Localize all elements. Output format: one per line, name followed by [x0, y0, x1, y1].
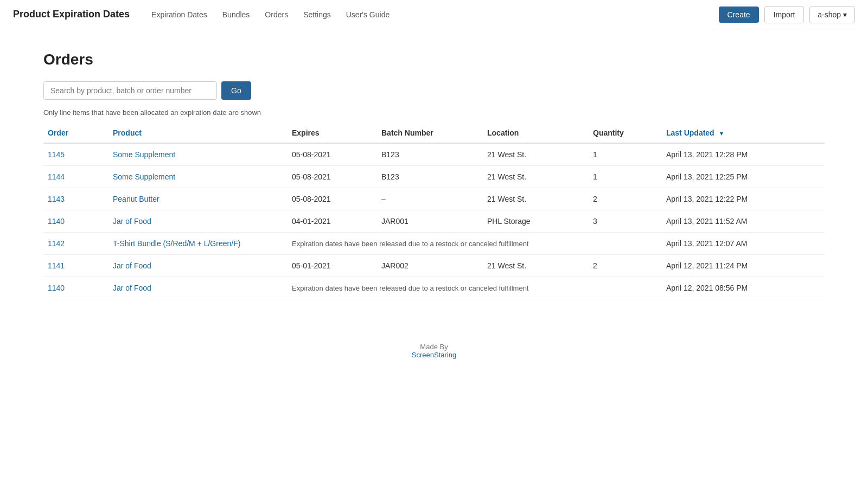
- cell-updated: April 13, 2021 12:22 PM: [662, 188, 825, 210]
- cell-updated: April 13, 2021 12:25 PM: [662, 166, 825, 188]
- col-header-last-updated[interactable]: Last Updated ▼: [662, 123, 825, 143]
- cell-updated: April 13, 2021 12:07 AM: [662, 233, 825, 255]
- cell-batch: B123: [377, 166, 483, 188]
- cell-location: 21 West St.: [483, 143, 589, 166]
- nav-link-orders[interactable]: Orders: [265, 10, 288, 19]
- nav-actions: Create Import a-shop ▾: [719, 6, 855, 23]
- cell-product: Jar of Food: [108, 277, 288, 299]
- col-header-location: Location: [483, 123, 589, 143]
- product-link[interactable]: Peanut Butter: [113, 195, 159, 203]
- nav-link-expiration-dates[interactable]: Expiration Dates: [151, 10, 207, 19]
- table-body: 1145Some Supplement05-08-2021B12321 West…: [43, 143, 825, 299]
- table-row: 1143Peanut Butter05-08-2021–21 West St.2…: [43, 188, 825, 210]
- cell-quantity: 1: [589, 166, 662, 188]
- cell-order: 1141: [43, 255, 108, 277]
- cell-updated: April 13, 2021 11:52 AM: [662, 210, 825, 233]
- cell-batch: B123: [377, 143, 483, 166]
- import-button[interactable]: Import: [764, 6, 805, 23]
- cell-released-message: Expiration dates have been released due …: [288, 277, 662, 299]
- create-button[interactable]: Create: [719, 7, 759, 23]
- cell-product: Some Supplement: [108, 166, 288, 188]
- product-link[interactable]: Jar of Food: [113, 261, 151, 270]
- cell-updated: April 13, 2021 12:28 PM: [662, 143, 825, 166]
- cell-expires: 04-01-2021: [288, 210, 377, 233]
- product-link[interactable]: Some Supplement: [113, 172, 175, 181]
- cell-location: 21 West St.: [483, 166, 589, 188]
- table-row: 1140Jar of Food04-01-2021JAR001PHL Stora…: [43, 210, 825, 233]
- allocation-note: Only line items that have been allocated…: [43, 108, 825, 117]
- footer-link[interactable]: ScreenStaring: [412, 351, 456, 359]
- order-link[interactable]: 1141: [48, 261, 65, 270]
- search-row: Go: [43, 81, 825, 100]
- shop-dropdown-button[interactable]: a-shop ▾: [809, 6, 855, 23]
- cell-product: Jar of Food: [108, 210, 288, 233]
- cell-product: T-Shirt Bundle (S/Red/M + L/Green/F): [108, 233, 288, 255]
- col-header-batch: Batch Number: [377, 123, 483, 143]
- order-link[interactable]: 1142: [48, 239, 65, 248]
- cell-location: PHL Storage: [483, 210, 589, 233]
- page-footer: Made By ScreenStaring: [0, 321, 868, 370]
- order-link[interactable]: 1140: [48, 284, 65, 292]
- col-header-expires: Expires: [288, 123, 377, 143]
- order-link[interactable]: 1143: [48, 195, 65, 203]
- cell-quantity: 2: [589, 255, 662, 277]
- cell-order: 1140: [43, 210, 108, 233]
- product-link[interactable]: Jar of Food: [113, 217, 151, 226]
- cell-updated: April 12, 2021 08:56 PM: [662, 277, 825, 299]
- product-link[interactable]: Jar of Food: [113, 284, 151, 292]
- cell-quantity: 3: [589, 210, 662, 233]
- nav-link-bundles[interactable]: Bundles: [222, 10, 250, 19]
- nav-link-users-guide[interactable]: User's Guide: [346, 10, 390, 19]
- order-link[interactable]: 1144: [48, 172, 65, 181]
- cell-order: 1145: [43, 143, 108, 166]
- cell-batch: JAR001: [377, 210, 483, 233]
- cell-order: 1144: [43, 166, 108, 188]
- cell-order: 1140: [43, 277, 108, 299]
- order-link[interactable]: 1140: [48, 217, 65, 226]
- cell-order: 1142: [43, 233, 108, 255]
- col-header-quantity: Quantity: [589, 123, 662, 143]
- search-go-button[interactable]: Go: [221, 81, 251, 100]
- nav-link-settings[interactable]: Settings: [303, 10, 331, 19]
- col-header-order[interactable]: Order: [43, 123, 108, 143]
- app-title: Product Expiration Dates: [13, 9, 130, 20]
- cell-location: 21 West St.: [483, 255, 589, 277]
- cell-quantity: 2: [589, 188, 662, 210]
- cell-batch: –: [377, 188, 483, 210]
- main-content: Orders Go Only line items that have been…: [0, 29, 868, 321]
- product-link[interactable]: T-Shirt Bundle (S/Red/M + L/Green/F): [113, 239, 240, 248]
- cell-expires: 05-08-2021: [288, 188, 377, 210]
- page-title: Orders: [43, 51, 825, 68]
- cell-quantity: 1: [589, 143, 662, 166]
- table-row: 1145Some Supplement05-08-2021B12321 West…: [43, 143, 825, 166]
- cell-expires: 05-01-2021: [288, 255, 377, 277]
- navbar: Product Expiration Dates Expiration Date…: [0, 0, 868, 29]
- table-row: 1141Jar of Food05-01-2021JAR00221 West S…: [43, 255, 825, 277]
- search-input[interactable]: [43, 81, 217, 100]
- sort-arrow-icon: ▼: [719, 130, 725, 137]
- cell-product: Peanut Butter: [108, 188, 288, 210]
- table-row: 1142T-Shirt Bundle (S/Red/M + L/Green/F)…: [43, 233, 825, 255]
- table-row: 1140Jar of FoodExpiration dates have bee…: [43, 277, 825, 299]
- footer-made-by: Made By: [0, 343, 868, 351]
- order-link[interactable]: 1145: [48, 150, 65, 159]
- cell-order: 1143: [43, 188, 108, 210]
- cell-expires: 05-08-2021: [288, 166, 377, 188]
- cell-product: Jar of Food: [108, 255, 288, 277]
- cell-updated: April 12, 2021 11:24 PM: [662, 255, 825, 277]
- cell-product: Some Supplement: [108, 143, 288, 166]
- orders-table: Order Product Expires Batch Number Locat…: [43, 123, 825, 299]
- product-link[interactable]: Some Supplement: [113, 150, 175, 159]
- table-row: 1144Some Supplement05-08-2021B12321 West…: [43, 166, 825, 188]
- nav-links: Expiration Dates Bundles Orders Settings…: [151, 10, 719, 19]
- col-header-product[interactable]: Product: [108, 123, 288, 143]
- cell-expires: 05-08-2021: [288, 143, 377, 166]
- table-header: Order Product Expires Batch Number Locat…: [43, 123, 825, 143]
- cell-released-message: Expiration dates have been released due …: [288, 233, 662, 255]
- cell-batch: JAR002: [377, 255, 483, 277]
- cell-location: 21 West St.: [483, 188, 589, 210]
